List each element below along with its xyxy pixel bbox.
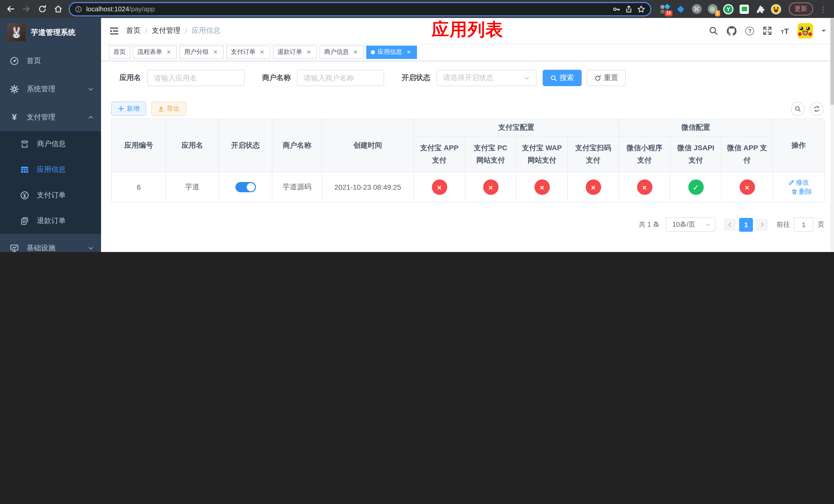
next-page-button[interactable]	[756, 219, 768, 231]
close-icon[interactable]	[352, 48, 359, 55]
chrome-update-button[interactable]: 更新	[789, 3, 813, 15]
pagination: 共 1 条 10条/页 1 前往 1 页	[111, 217, 824, 232]
search-icon	[794, 105, 801, 112]
extension-gem-icon[interactable]	[676, 4, 686, 14]
sidebar-item-pay-order[interactable]: 支付订单	[0, 183, 101, 208]
browser-menu-icon[interactable]: ⋮	[820, 5, 827, 13]
reset-button[interactable]: 重置	[587, 70, 626, 86]
extension-command-icon[interactable]: ⌘	[692, 4, 702, 14]
sidebar-item-home[interactable]: 首页	[0, 47, 101, 75]
status-select[interactable]: 请选择开启状态	[437, 70, 536, 86]
app-name-input[interactable]	[154, 74, 238, 82]
font-size-icon[interactable]: TT	[781, 26, 789, 35]
tab-home[interactable]: 首页	[109, 45, 130, 59]
tab-refund-order[interactable]: 退款订单	[273, 45, 317, 59]
logo-avatar: 🐰	[7, 23, 26, 42]
export-button[interactable]: 导出	[151, 101, 186, 116]
add-button[interactable]: 新增	[111, 101, 146, 116]
group-alipay-config: 支付宝配置	[414, 119, 619, 136]
gear-icon	[9, 84, 20, 94]
extension-chat-icon[interactable]	[739, 4, 749, 14]
app-name-label: 应用名	[119, 73, 141, 83]
sidebar-item-system[interactable]: 系统管理	[0, 75, 101, 103]
browser-toolbar: localhost:1024/pay/app 10 ⌘ 1	[0, 0, 834, 18]
share-icon[interactable]	[625, 5, 633, 13]
tab-pay-order[interactable]: 支付订单	[226, 45, 270, 59]
tab-merchant-info[interactable]: 商户信息	[320, 45, 364, 59]
browser-window: localhost:1024/pay/app 10 ⌘ 1	[0, 0, 834, 252]
sidebar-item-merchant[interactable]: 商户信息	[0, 131, 101, 157]
goto-page-input[interactable]: 1	[794, 217, 813, 232]
url-bar[interactable]: localhost:1024/pay/app	[69, 2, 652, 16]
breadcrumb-home[interactable]: 首页	[126, 26, 140, 36]
close-icon[interactable]	[165, 48, 172, 55]
edit-link[interactable]: 修改	[788, 178, 809, 187]
status-toggle[interactable]	[235, 182, 256, 192]
page-number-1[interactable]: 1	[739, 217, 753, 231]
app-logo[interactable]: 🐰 芋道管理系统	[0, 18, 101, 47]
wx-app-status-icon: ×	[739, 180, 755, 195]
profile-avatar[interactable]	[771, 4, 781, 14]
close-icon[interactable]	[259, 48, 266, 55]
sidebar-item-pay[interactable]: ¥ 支付管理	[0, 103, 101, 131]
github-icon[interactable]	[727, 26, 737, 36]
reload-icon[interactable]	[38, 5, 47, 13]
close-icon[interactable]	[212, 48, 219, 55]
refresh-icon	[813, 105, 820, 112]
prev-page-button[interactable]	[724, 219, 736, 231]
search-icon[interactable]	[709, 26, 718, 36]
chevron-up-icon	[88, 114, 94, 120]
page-annotation: 应用列表	[432, 18, 503, 42]
extension-y-icon[interactable]: Y	[723, 4, 733, 14]
breadcrumb-pay[interactable]: 支付管理	[152, 26, 180, 36]
delete-link[interactable]: 删除	[791, 187, 812, 197]
sidebar-item-refund-order[interactable]: 退款订单	[0, 208, 101, 234]
col-wx-app: 微信 APP 支付	[721, 136, 773, 172]
close-icon[interactable]	[405, 48, 412, 55]
app-title: 芋道管理系统	[31, 27, 75, 37]
yen-icon: ¥	[9, 113, 20, 121]
page-scrollbar[interactable]	[830, 18, 834, 252]
user-avatar[interactable]	[797, 23, 813, 39]
back-icon[interactable]	[6, 5, 15, 13]
edit-pen-icon	[788, 180, 794, 186]
cell-merchant: 芋道源码	[272, 172, 322, 202]
tab-app-info[interactable]: 应用信息	[366, 45, 417, 59]
breadcrumb: 首页 / 支付管理 / 应用信息	[126, 26, 221, 36]
plus-icon	[118, 106, 124, 112]
alipay-pc-status-icon: ×	[483, 180, 498, 195]
close-icon[interactable]	[305, 48, 312, 55]
search-icon	[550, 75, 557, 81]
help-icon[interactable]: ?	[746, 26, 754, 35]
refresh-table-button[interactable]	[810, 102, 824, 116]
trash-icon	[791, 189, 797, 195]
table-row: 6 芋道 芋道源码 2021-10-23 08:49:25 × × × × × …	[112, 172, 825, 202]
extensions-puzzle-icon[interactable]	[755, 4, 765, 14]
merchant-name-input[interactable]	[304, 74, 377, 82]
search-button[interactable]: 搜索	[543, 70, 581, 86]
search-form: 应用名 商户名称 开启状态 请选择开启状态 搜索 重置	[119, 70, 824, 86]
fullscreen-icon[interactable]	[763, 26, 772, 36]
site-info-icon[interactable]	[75, 5, 82, 13]
sidebar-item-infra[interactable]: 基础设施	[0, 234, 101, 252]
avatar-dropdown-icon[interactable]	[822, 30, 826, 34]
page-size-select[interactable]: 10条/页	[666, 217, 716, 232]
toggle-search-button[interactable]	[791, 102, 805, 116]
bookmark-star-icon[interactable]	[637, 5, 645, 13]
home-icon[interactable]	[54, 5, 63, 13]
navbar: 首页 / 支付管理 / 应用信息 应用列表 ?	[101, 18, 834, 44]
url-text: localhost:1024/pay/app	[86, 5, 155, 13]
extension-sketch-icon[interactable]: 10	[660, 4, 670, 14]
password-key-icon[interactable]	[612, 5, 621, 13]
tab-process-form[interactable]: 流程表单	[133, 45, 177, 59]
col-status: 开启状态	[219, 119, 272, 172]
extension-recorder-icon[interactable]: 1	[707, 4, 718, 14]
sidebar-collapse-icon[interactable]	[109, 26, 119, 36]
wx-mini-status-icon: ×	[637, 180, 652, 195]
sidebar-item-app-info[interactable]: 应用信息	[0, 157, 101, 183]
table-toolbar: 新增 导出	[111, 101, 824, 116]
col-merchant: 商户名称	[272, 119, 322, 172]
tab-user-group[interactable]: 用户分组	[179, 45, 224, 59]
forward-icon[interactable]	[22, 5, 31, 13]
documents-icon	[20, 216, 30, 226]
